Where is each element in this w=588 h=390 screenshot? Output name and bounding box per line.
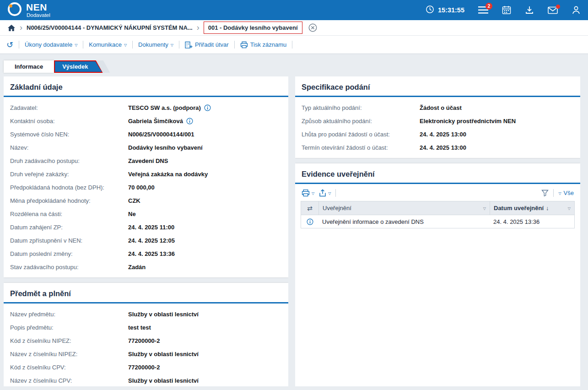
field-label: Název předmětu:: [10, 311, 128, 318]
chevron-down-icon: ▽: [124, 43, 127, 47]
home-icon[interactable]: [7, 24, 16, 32]
field-value: CZK: [128, 197, 140, 204]
field-row: Název: Dodávky lesního vybavení: [9, 141, 283, 154]
field-value: Služby v oblasti lesnictví: [128, 311, 199, 318]
tab-informace[interactable]: Informace: [4, 60, 54, 73]
field-row: Měna předpokládané hodnoty: CZK: [9, 194, 283, 207]
section-evidence-uverejneni: Evidence uveřejnění ▽ ▽: [295, 163, 580, 386]
field-value: N006/25/V00004144/001: [128, 131, 194, 138]
table-row[interactable]: Uveřejnění informace o zavedení DNS 24. …: [301, 215, 574, 228]
toolbar-item-label: Přiřadit útvar: [195, 41, 229, 48]
toolbar-divider: [83, 41, 83, 49]
breadcrumb-item-current[interactable]: 001 - Dodávky lesního vybavení: [204, 22, 302, 34]
info-icon[interactable]: [301, 218, 318, 225]
field-label: Název z číselníku NIPEZ:: [10, 351, 128, 358]
field-row: Název z číselníku NIPEZ: Služby v oblast…: [9, 347, 283, 361]
column-filter-icon[interactable]: ▽: [483, 206, 486, 211]
column-header-uverejneni[interactable]: Uveřejnění ▽: [318, 201, 490, 215]
toolbar-divider: [132, 41, 133, 49]
field-label: Datum zahájení ZP:: [10, 224, 128, 231]
toolbar-divider: [335, 189, 336, 197]
toolbar-komunikace[interactable]: Komunikace ▽: [89, 41, 127, 48]
swap-columns-icon: ⇄: [307, 205, 313, 212]
column-filter-icon[interactable]: ▽: [568, 206, 571, 211]
nen-logo[interactable]: NEN Dodavatel: [7, 2, 50, 18]
tab-vysledek[interactable]: Výsledek: [54, 60, 102, 73]
toolbar-priradit-utvar[interactable]: Přiřadit útvar: [185, 41, 229, 49]
sort-desc-icon: ↓: [546, 205, 549, 211]
info-icon[interactable]: [186, 118, 193, 125]
export-menu-button[interactable]: ▽: [319, 189, 331, 197]
field-label: Datum zpřístupnění v NEN:: [10, 237, 128, 244]
field-row: Předpokládaná hodnota (bez DPH): 70 000,…: [9, 181, 283, 194]
section-specifikace-podani: Specifikace podání Typ aktuálního podání…: [295, 76, 580, 158]
cell-uverejneni: Uveřejnění informace o zavedení DNS: [318, 218, 490, 225]
field-row: Kód z číselníku CPV: 77200000-2: [9, 361, 283, 374]
section-predmet-a-plneni: Předmět a plnění Název předmětu: Služby …: [4, 283, 288, 386]
section-title: Předmět a plnění: [4, 287, 288, 303]
field-value: Gabriela Šimčíková: [128, 118, 183, 125]
menu-icon[interactable]: 2: [478, 6, 488, 14]
action-toolbar: ↺ Úkony dodavatele ▽ Komunikace ▽ Dokume…: [0, 36, 588, 54]
tab-label: Informace: [15, 63, 43, 70]
breadcrumb-separator-icon: ›: [197, 23, 200, 32]
column-header-datum-uverejneni[interactable]: Datum uveřejnění ↓ ▽: [490, 201, 574, 215]
field-value: 24. 4. 2025 13:36: [128, 250, 175, 257]
content-area: Základní údaje Zadavatel: TESCO SW a.s. …: [0, 73, 588, 386]
field-label: Druh veřejné zakázky:: [10, 171, 128, 178]
field-value: Dodávky lesního vybavení: [128, 144, 203, 151]
breadcrumb-item-procedure[interactable]: N006/25/V00004144 - DYNAMICKÝ NÁKUPNÍ SY…: [27, 24, 193, 31]
field-label: Zadavatel:: [10, 104, 128, 111]
field-row: Způsob aktuálního podání: Elektronicky p…: [301, 114, 575, 128]
filter-icon[interactable]: [541, 190, 549, 196]
field-value: Ne: [128, 211, 136, 217]
field-value: Zavedení DNS: [128, 157, 168, 164]
info-icon[interactable]: [204, 104, 211, 111]
download-icon[interactable]: [525, 5, 534, 15]
filter-scope-value: Vše: [564, 190, 574, 196]
toolbar-item-label: Tisk záznamu: [250, 41, 287, 48]
field-value: test test: [128, 324, 151, 331]
field-label: Popis předmětu:: [10, 324, 128, 331]
field-label: Termín otevírání žádostí o účast:: [302, 144, 420, 151]
field-value: TESCO SW a.s. (podpora): [128, 104, 201, 111]
clock-icon: [426, 5, 434, 15]
app-header: NEN Dodavatel 15:31:55 2: [0, 0, 588, 20]
field-label: Měna předpokládané hodnoty:: [10, 197, 128, 204]
history-icon[interactable]: ↺: [6, 41, 13, 49]
field-label: Kód z číselníku NIPEZ:: [10, 337, 128, 344]
printer-icon: [302, 189, 310, 197]
print-menu-button[interactable]: ▽: [302, 189, 314, 197]
field-label: Způsob aktuálního podání:: [302, 118, 420, 125]
section-title: Specifikace podání: [295, 81, 580, 97]
column-options-button[interactable]: ⇄: [301, 201, 318, 215]
column-header-label: Uveřejnění: [323, 205, 351, 211]
field-row: Název z číselníku CPV: Služby v oblasti …: [9, 374, 283, 386]
field-row: Datum zpřístupnění v NEN: 24. 4. 2025 12…: [9, 234, 283, 247]
mail-icon[interactable]: [548, 6, 558, 14]
toolbar-item-label: Úkony dodavatele: [25, 41, 72, 48]
filter-scope-select[interactable]: ▽ Vše: [558, 190, 574, 196]
evidence-table: ⇄ Uveřejnění ▽ Datum uveřejnění ↓ ▽: [301, 201, 575, 228]
tab-bar: Informace Výsledek: [0, 60, 588, 73]
field-value: Služby v oblasti lesnictví: [128, 377, 199, 384]
field-label: Druh zadávacího postupu:: [10, 157, 128, 164]
close-icon[interactable]: [308, 23, 317, 32]
field-label: Předpokládaná hodnota (bez DPH):: [10, 184, 128, 191]
field-row: Název předmětu: Služby v oblasti lesnict…: [9, 308, 283, 321]
printer-icon: [240, 41, 248, 49]
menu-badge: 2: [486, 3, 492, 10]
calendar-icon[interactable]: [502, 5, 511, 15]
section-title: Základní údaje: [4, 81, 288, 97]
field-row: Typ aktuálního podání: Žádost o účast: [301, 101, 575, 114]
toolbar-tisk-zaznamu[interactable]: Tisk záznamu: [240, 41, 287, 49]
field-value: 77200000-2: [128, 364, 160, 371]
session-time: 15:31:55: [438, 6, 464, 14]
chevron-down-icon: ▽: [171, 43, 173, 47]
toolbar-dokumenty[interactable]: Dokumenty ▽: [138, 41, 173, 48]
toolbar-item-label: Dokumenty: [138, 41, 168, 48]
user-icon[interactable]: [572, 5, 581, 15]
field-row: Zadavatel: TESCO SW a.s. (podpora): [9, 101, 283, 114]
field-row: Rozdělena na části: Ne: [9, 207, 283, 221]
toolbar-ukony-dodavatele[interactable]: Úkony dodavatele ▽: [25, 41, 77, 48]
